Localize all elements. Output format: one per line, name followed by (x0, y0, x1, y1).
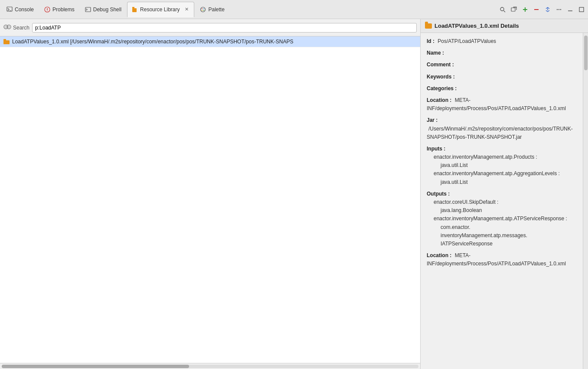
svg-rect-15 (511, 8, 515, 11)
svg-rect-32 (3, 39, 6, 41)
svg-point-10 (203, 8, 204, 9)
svg-rect-6 (132, 8, 137, 12)
delete-toolbar-icon[interactable] (532, 5, 541, 14)
svg-point-4 (47, 10, 48, 11)
detail-location-label: Location : (427, 97, 451, 103)
search-input[interactable] (32, 23, 417, 33)
detail-jar-label: Jar : (427, 117, 438, 123)
tab-close-button[interactable]: ✕ (183, 7, 189, 13)
detail-keywords-row: Keywords : (427, 73, 577, 81)
tab-bar: Console Problems Debug Shell Resource Li… (0, 0, 588, 19)
tab-console[interactable]: Console (2, 2, 39, 17)
results-list[interactable]: LoadATPValues_1.0.xml [/Users/WinmaH/.m2… (0, 36, 420, 363)
result-item-label: LoadATPValues_1.0.xml [/Users/WinmaH/.m2… (12, 39, 293, 45)
palette-icon (200, 7, 206, 13)
detail-comment-label: Comment : (427, 62, 454, 68)
more-options-icon[interactable] (554, 5, 564, 14)
detail-inputs-label: Inputs : (427, 146, 445, 152)
detail-output-1-type: java.lang.Boolean (441, 206, 577, 215)
search-bar: Search (0, 19, 420, 36)
add-toolbar-icon[interactable] (520, 5, 530, 14)
details-content: Id : Pos/ATP/LoadATPValues Name : Commen… (421, 33, 583, 369)
detail-input-1-name: enactor.inventoryManagement.atp.Products… (434, 153, 577, 161)
result-item[interactable]: LoadATPValues_1.0.xml [/Users/WinmaH/.m2… (0, 36, 420, 47)
detail-categories-label: Categories : (427, 85, 457, 91)
scrollbar-thumb[interactable] (2, 365, 189, 368)
svg-rect-25 (579, 7, 584, 12)
svg-point-8 (201, 7, 206, 12)
tab-console-label: Console (15, 7, 34, 13)
tab-problems-label: Problems (52, 7, 75, 13)
search-label-area: Search (3, 23, 29, 32)
detail-id-row: Id : Pos/ATP/LoadATPValues (427, 37, 577, 46)
resource-library-icon (132, 7, 138, 13)
details-header: LoadATPValues_1.0.xml Details (421, 19, 588, 33)
detail-location2-row: Location : META-INF/deployments/Process/… (427, 251, 577, 268)
detail-categories-row: Categories : (427, 85, 577, 93)
console-icon (7, 7, 13, 13)
tab-resource-library[interactable]: Resource Library ✕ (127, 2, 194, 17)
detail-output-2-name: enactor.inventoryManagement.atp.ATPServi… (434, 215, 577, 223)
details-folder-icon (425, 23, 432, 29)
tab-debug-shell-label: Debug Shell (93, 7, 121, 13)
detail-jar-value: /Users/WinmaH/.m2s/repository/com/enacto… (427, 126, 573, 140)
right-panel: LoadATPValues_1.0.xml Details Id : Pos/A… (421, 19, 588, 369)
problems-icon (44, 7, 50, 13)
search-label: Search (13, 25, 29, 31)
details-outer: Id : Pos/ATP/LoadATPValues Name : Commen… (421, 33, 588, 369)
vertical-scrollbar[interactable] (583, 33, 588, 369)
detail-comment-row: Comment : (427, 61, 577, 69)
minimize-icon[interactable] (565, 5, 575, 14)
toolbar-right (498, 5, 586, 14)
svg-point-12 (202, 10, 203, 11)
left-panel: Search LoadATPValues_1.0.xml [/Users/Win… (0, 19, 421, 369)
detail-name-row: Name : (427, 49, 577, 57)
search-binoculars-icon (3, 23, 11, 32)
svg-point-11 (203, 10, 204, 11)
svg-rect-31 (3, 40, 10, 44)
svg-rect-7 (132, 7, 134, 8)
svg-point-30 (8, 26, 10, 28)
detail-id-label: Id : (427, 38, 434, 44)
detail-input-2-type: java.util.List (441, 178, 577, 186)
horizontal-scrollbar[interactable] (0, 363, 420, 369)
new-window-icon[interactable] (509, 5, 519, 14)
export-import-icon[interactable] (543, 5, 552, 14)
tab-palette[interactable]: Palette (195, 2, 229, 17)
maximize-icon[interactable] (577, 5, 586, 14)
svg-line-14 (504, 10, 506, 12)
detail-name-label: Name : (427, 50, 444, 56)
search-toolbar-icon[interactable] (498, 5, 507, 14)
debug-shell-icon (85, 7, 91, 13)
main-area: Search LoadATPValues_1.0.xml [/Users/Win… (0, 19, 588, 369)
details-title: LoadATPValues_1.0.xml Details (434, 23, 519, 29)
detail-output-2-type: com.enactor.inventoryManagement.atp.mess… (441, 223, 577, 248)
tab-resource-library-label: Resource Library (140, 7, 180, 13)
svg-point-21 (557, 9, 558, 10)
svg-point-29 (5, 26, 7, 28)
svg-point-9 (202, 8, 203, 9)
svg-rect-5 (85, 7, 91, 12)
scrollbar-track[interactable] (2, 365, 418, 368)
detail-output-1-name: enactor.coreUI.SkipDefault : (434, 198, 577, 206)
tab-problems[interactable]: Problems (39, 2, 79, 17)
svg-point-13 (500, 7, 504, 11)
vscroll-thumb[interactable] (584, 36, 588, 70)
detail-outputs-row: Outputs : enactor.coreUI.SkipDefault : j… (427, 190, 577, 248)
detail-input-1-type: java.util.List (441, 161, 577, 170)
detail-jar-row: Jar : /Users/WinmaH/.m2s/repository/com/… (427, 116, 577, 141)
tab-debug-shell[interactable]: Debug Shell (80, 2, 126, 17)
svg-point-23 (560, 9, 561, 10)
tab-palette-label: Palette (208, 7, 224, 13)
detail-inputs-row: Inputs : enactor.inventoryManagement.atp… (427, 145, 577, 186)
detail-keywords-label: Keywords : (427, 74, 455, 80)
detail-outputs-label: Outputs : (427, 191, 450, 197)
detail-location2-label: Location : (427, 252, 451, 258)
detail-location-row: Location : META-INF/deployments/Process/… (427, 96, 577, 113)
detail-id-value: Pos/ATP/LoadATPValues (438, 38, 496, 44)
detail-input-2-name: enactor.inventoryManagement.atp.Aggregat… (434, 170, 577, 178)
file-folder-icon (3, 39, 10, 45)
svg-point-22 (559, 9, 559, 10)
